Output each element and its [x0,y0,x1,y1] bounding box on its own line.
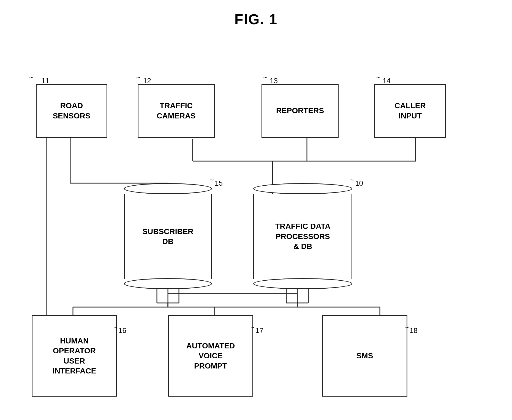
road-sensors-box: ROAD SENSORS [36,84,107,138]
subscriber-db-bottom [124,278,212,289]
subscriber-db-tilde: ~ [210,176,214,184]
road-sensors-tilde: ~ [29,73,33,82]
traffic-data-cylinder: TRAFFIC DATA PROCESSORS & DB [253,183,352,289]
sms-label: SMS [356,351,373,361]
caller-input-tilde: ~ [376,73,380,82]
human-operator-ref: 16 [118,326,126,335]
subscriber-db-top [124,183,212,194]
automated-voice-ref: 17 [255,326,263,335]
traffic-cameras-tilde: ~ [136,73,140,82]
road-sensors-label: ROAD SENSORS [53,101,91,121]
automated-voice-box: AUTOMATED VOICE PROMPT [168,315,253,397]
sms-ref: 18 [410,326,418,335]
road-sensors-ref: 11 [41,77,49,85]
subscriber-db-cylinder: SUBSCRIBER DB [124,183,212,289]
caller-input-ref: 14 [383,77,391,85]
traffic-data-tilde: ~ [350,176,354,184]
human-operator-tilde: ~ [113,323,118,332]
traffic-data-bottom [253,278,352,289]
page-title: FIG. 1 [0,0,512,28]
human-operator-box: HUMAN OPERATOR USER INTERFACE [32,315,117,397]
traffic-data-ref: 10 [355,179,363,188]
human-operator-label: HUMAN OPERATOR USER INTERFACE [53,336,96,376]
subscriber-db-label: SUBSCRIBER DB [140,227,196,247]
subscriber-db-body: SUBSCRIBER DB [124,194,212,279]
traffic-cameras-ref: 12 [143,77,151,85]
traffic-cameras-label: TRAFFIC CAMERAS [157,101,196,121]
reporters-tilde: ~ [263,73,267,82]
reporters-box: REPORTERS [262,84,339,138]
automated-voice-tilde: ~ [250,323,255,332]
traffic-data-top [253,183,352,194]
subscriber-db-ref: 15 [215,179,223,188]
reporters-label: REPORTERS [276,106,324,116]
traffic-cameras-box: TRAFFIC CAMERAS [138,84,215,138]
traffic-data-body: TRAFFIC DATA PROCESSORS & DB [253,194,352,279]
automated-voice-label: AUTOMATED VOICE PROMPT [186,341,235,371]
caller-input-label: CALLER INPUT [394,101,426,121]
sms-box: SMS [322,315,407,397]
sms-tilde: ~ [405,323,409,332]
reporters-ref: 13 [270,77,278,85]
caller-input-box: CALLER INPUT [374,84,446,138]
traffic-data-label: TRAFFIC DATA PROCESSORS & DB [272,221,333,251]
